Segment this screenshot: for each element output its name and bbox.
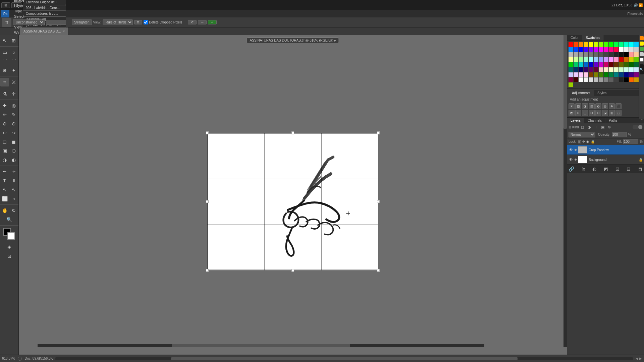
screen-mode-tool[interactable]: ⊡ [5, 252, 14, 260]
color-swatch[interactable] [599, 67, 603, 72]
color-swatch[interactable] [624, 67, 629, 72]
color-sampler-tool[interactable]: ✛ [9, 89, 18, 98]
tab-close-btn[interactable]: × [63, 29, 65, 33]
lock-image[interactable]: ✛ [582, 140, 585, 143]
zoom-icon-right[interactable]: 🔍 [640, 64, 644, 74]
pattern-stamp-tool[interactable]: ⊙ [9, 119, 18, 128]
color-swatch[interactable] [624, 47, 629, 52]
color-swatch[interactable] [589, 57, 593, 62]
burn-tool[interactable]: ◐ [9, 156, 18, 164]
color-swatch[interactable] [619, 77, 624, 82]
styles-tab[interactable]: Styles [594, 90, 610, 96]
selective-color-adj[interactable]: ⬚ [615, 110, 622, 116]
lasso-tool[interactable]: ⌒ [0, 57, 9, 66]
color-swatch[interactable] [614, 47, 619, 52]
freeform-pen-tool[interactable]: ✑ [9, 167, 18, 176]
color-swatch[interactable] [569, 77, 573, 82]
color-swatch[interactable] [634, 52, 639, 57]
color-swatch[interactable] [589, 62, 593, 67]
color-swatch[interactable] [604, 72, 608, 77]
crop-handle-tr[interactable] [377, 132, 380, 134]
layer-link-crop[interactable] [575, 149, 577, 151]
color-swatch[interactable] [609, 47, 613, 52]
width-input[interactable] [46, 20, 66, 25]
channels-tab[interactable]: Channels [584, 118, 605, 123]
color-swatch[interactable] [589, 52, 593, 57]
gradient-map-adj[interactable]: ▥ [609, 110, 615, 116]
color-swatch[interactable] [594, 47, 598, 52]
color-swatch[interactable] [614, 77, 619, 82]
link-layers-btn[interactable]: 🔗 [569, 166, 574, 172]
layer-crop-preview[interactable]: 👁 Crop Preview [567, 145, 644, 155]
add-style-btn[interactable]: fx [582, 166, 585, 172]
color-swatch[interactable] [594, 72, 598, 77]
color-swatch[interactable] [589, 72, 593, 77]
color-swatch[interactable] [599, 77, 603, 82]
color-swatch[interactable] [619, 67, 624, 72]
opacity-input[interactable] [612, 132, 627, 137]
color-swatch[interactable] [619, 57, 624, 62]
pencil-tool[interactable]: ✎ [9, 110, 18, 119]
color-swatch[interactable] [634, 47, 639, 52]
taskbar-start[interactable]: ⊞ [1, 2, 10, 8]
rect-marquee-tool[interactable]: ▭ [0, 48, 9, 57]
levels-adj[interactable]: ▨ [575, 103, 581, 109]
color-swatch[interactable] [624, 72, 629, 77]
polygon-lasso-tool[interactable]: ⌒ [9, 57, 18, 66]
color-swatch[interactable] [584, 57, 588, 62]
color-swatch[interactable] [614, 67, 619, 72]
color-swatch[interactable] [634, 57, 639, 62]
view-select[interactable]: Rule of Thirds [103, 19, 133, 25]
color-swatch[interactable] [634, 77, 639, 82]
color-swatch[interactable] [634, 72, 639, 77]
color-swatch[interactable] [619, 52, 624, 57]
hue-sat-adj[interactable]: ◎ [602, 103, 608, 109]
color-swatch[interactable] [594, 62, 598, 67]
settings-btn[interactable]: ⚙ [134, 20, 142, 24]
type-tool[interactable]: T [0, 176, 9, 185]
color-swatch[interactable] [634, 67, 639, 72]
color-swatch[interactable] [584, 77, 588, 82]
color-swatch[interactable] [609, 67, 613, 72]
vibrance-adj[interactable]: ◐ [595, 103, 601, 109]
posterize-adj[interactable]: ⊟ [595, 110, 601, 116]
photo-filter-adj[interactable]: ◩ [569, 110, 575, 116]
color-swatch[interactable] [614, 52, 619, 57]
color-swatch[interactable] [609, 52, 613, 57]
spot-healing-tool[interactable]: ✚ [0, 101, 9, 110]
color-swatch[interactable] [579, 77, 583, 82]
color-swatch[interactable] [574, 72, 578, 77]
crop-handle-br[interactable] [377, 269, 380, 272]
menu-item-image[interactable]: Image [11, 0, 30, 3]
layer-eye-crop[interactable]: 👁 [569, 147, 573, 152]
crop-tool[interactable]: ⌗ [0, 78, 9, 86]
color-swatch[interactable] [624, 77, 629, 82]
color-swatch[interactable] [574, 42, 578, 47]
delete-cropped-checkbox[interactable]: Delete Cropped Pixels [144, 20, 182, 24]
curves-adj[interactable]: ◑ [582, 103, 588, 109]
ellipse-shape-tool[interactable]: ○ [9, 194, 18, 203]
zoom-tool[interactable]: 🔍 [5, 215, 14, 224]
paint-bucket-tool[interactable]: ⬡ [9, 146, 18, 155]
color-swatch[interactable] [619, 62, 624, 67]
magic-eraser-tool[interactable]: ◼ [9, 137, 18, 146]
h-scroll-status[interactable] [55, 357, 633, 360]
art-history-tool[interactable]: ↪ [9, 128, 18, 137]
color-swatch[interactable] [579, 47, 583, 52]
layers-tab[interactable]: Layers [567, 118, 584, 123]
straighten-btn[interactable]: Straighten [72, 19, 92, 25]
filter-text[interactable]: T [593, 124, 599, 130]
color-swatch[interactable] [569, 52, 573, 57]
crop-handle-tl[interactable] [206, 132, 209, 134]
active-document-tab[interactable]: ASSINATURAS DAS D... × [20, 27, 68, 35]
color-swatch[interactable] [574, 47, 578, 52]
color-swatch[interactable] [614, 42, 619, 47]
color-swatch[interactable] [574, 57, 578, 62]
color-swatch[interactable] [604, 52, 608, 57]
swatches-tab[interactable]: Swatches [582, 35, 604, 41]
filter-adj[interactable]: ◑ [586, 124, 592, 130]
paths-tab[interactable]: Paths [605, 118, 621, 123]
color-swatch[interactable] [569, 57, 573, 62]
invert-adj[interactable]: ⊡ [589, 110, 595, 116]
color-swatch[interactable] [594, 52, 598, 57]
